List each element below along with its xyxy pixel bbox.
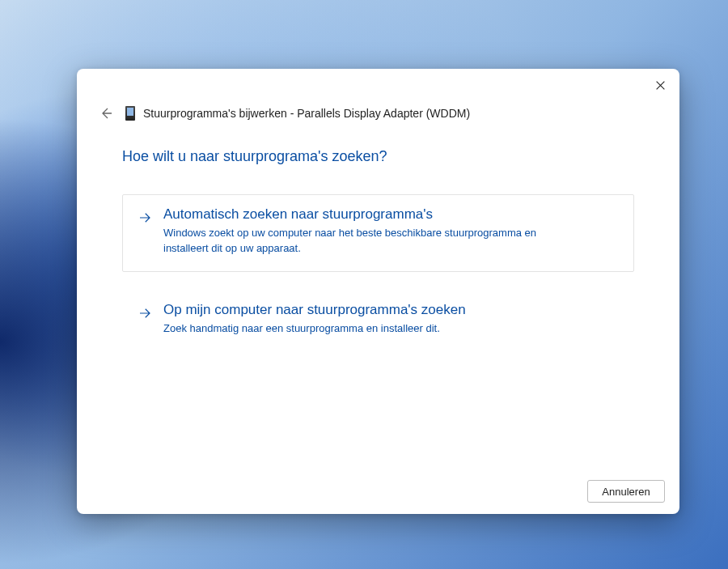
option-description: Windows zoekt op uw computer naar het be… <box>163 226 568 257</box>
close-icon <box>655 80 666 91</box>
option-title: Op mijn computer naar stuurprogramma's z… <box>163 302 466 318</box>
option-body: Op mijn computer naar stuurprogramma's z… <box>163 302 466 337</box>
option-title: Automatisch zoeken naar stuurprogramma's <box>163 206 568 223</box>
device-icon <box>125 106 135 121</box>
dialog-content: Hoe wilt u naar stuurprograma's zoeken? … <box>77 121 679 480</box>
dialog-footer: Annuleren <box>77 480 679 514</box>
close-button[interactable] <box>652 77 668 93</box>
option-auto-search[interactable]: Automatisch zoeken naar stuurprogramma's… <box>122 194 634 272</box>
option-browse-local[interactable]: Op mijn computer naar stuurprogramma's z… <box>122 290 634 352</box>
dialog-title: Stuurprogramma's bijwerken - Parallels D… <box>143 107 470 120</box>
option-description: Zoek handmatig naar een stuurprogramma e… <box>163 321 466 337</box>
back-button[interactable] <box>99 107 112 120</box>
dialog-header: Stuurprogramma's bijwerken - Parallels D… <box>77 69 679 121</box>
option-body: Automatisch zoeken naar stuurprogramma's… <box>163 206 568 257</box>
prompt-heading: Hoe wilt u naar stuurprograma's zoeken? <box>122 148 634 165</box>
arrow-right-icon <box>138 302 152 337</box>
update-driver-dialog: Stuurprogramma's bijwerken - Parallels D… <box>77 69 679 514</box>
arrow-right-icon <box>138 206 152 257</box>
back-arrow-icon <box>99 107 112 120</box>
cancel-button[interactable]: Annuleren <box>587 480 665 503</box>
